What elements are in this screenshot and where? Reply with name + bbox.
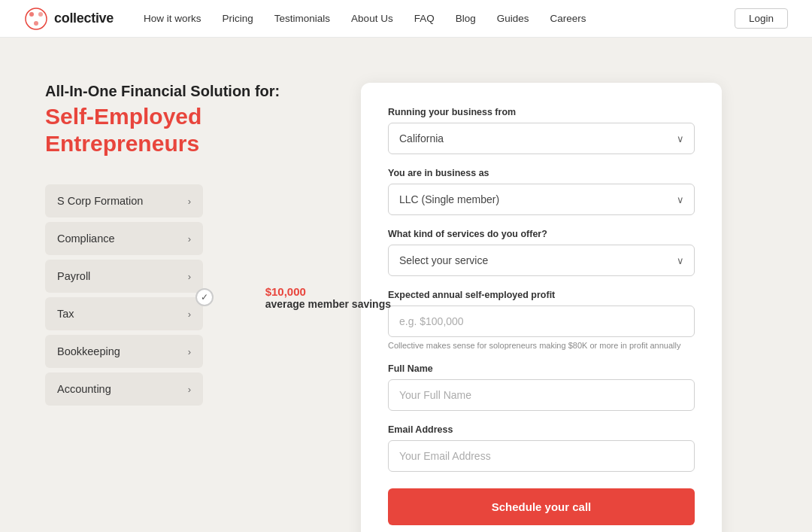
feature-s-corp[interactable]: S Corp Formation › bbox=[45, 184, 203, 217]
feature-accounting[interactable]: Accounting › bbox=[45, 372, 203, 406]
running-from-label: Running your business from bbox=[388, 107, 695, 117]
svg-point-1 bbox=[29, 12, 34, 17]
feature-compliance-label: Compliance bbox=[57, 233, 115, 245]
business-as-select-wrapper: LLC (Single member) Sole Proprietor S Co… bbox=[388, 184, 695, 215]
profit-group: Expected annual self-employed profit Col… bbox=[388, 290, 695, 350]
profit-label: Expected annual self-employed profit bbox=[388, 290, 695, 300]
feature-payroll-label: Payroll bbox=[57, 270, 90, 282]
nav-blog[interactable]: Blog bbox=[456, 13, 476, 24]
services-label: What kind of services do you offer? bbox=[388, 229, 695, 239]
nav-pricing[interactable]: Pricing bbox=[223, 13, 253, 24]
savings-label: average member savings bbox=[265, 298, 391, 310]
services-select-wrapper: Select your service Consulting Design En… bbox=[388, 245, 695, 276]
nav-how-it-works[interactable]: How it works bbox=[144, 13, 201, 24]
svg-point-2 bbox=[38, 12, 43, 17]
nav-guides[interactable]: Guides bbox=[497, 13, 529, 24]
nav-links: How it works Pricing Testimonials About … bbox=[144, 13, 735, 24]
logo-text: collective bbox=[54, 11, 114, 26]
services-select[interactable]: Select your service Consulting Design En… bbox=[388, 245, 695, 276]
running-from-select[interactable]: California New York Texas Florida bbox=[388, 123, 695, 154]
nav-careers[interactable]: Careers bbox=[550, 13, 586, 24]
running-from-group: Running your business from California Ne… bbox=[388, 107, 695, 154]
feature-tax[interactable]: Tax › bbox=[45, 297, 203, 330]
checkmark-icon: ✓ bbox=[195, 288, 214, 306]
chevron-right-icon: › bbox=[188, 309, 191, 320]
profit-input[interactable] bbox=[388, 306, 695, 337]
nav-about-us[interactable]: About Us bbox=[351, 13, 393, 24]
features-list: S Corp Formation › Compliance › Payroll … bbox=[45, 184, 331, 410]
profit-hint: Collective makes sense for solopreneurs … bbox=[388, 341, 695, 350]
feature-payroll[interactable]: Payroll › bbox=[45, 260, 203, 293]
hero-title: Self-Employed Entrepreneurs bbox=[45, 103, 331, 157]
savings-badge: $10,000 average member savings bbox=[265, 285, 391, 310]
email-input[interactable] bbox=[388, 440, 695, 472]
services-group: What kind of services do you offer? Sele… bbox=[388, 229, 695, 276]
navbar: collective How it works Pricing Testimon… bbox=[0, 0, 812, 38]
login-button[interactable]: Login bbox=[735, 8, 788, 29]
logo[interactable]: collective bbox=[24, 7, 114, 31]
nav-testimonials[interactable]: Testimonials bbox=[274, 13, 330, 24]
business-as-group: You are in business as LLC (Single membe… bbox=[388, 168, 695, 215]
chevron-right-icon: › bbox=[188, 346, 191, 357]
feature-compliance[interactable]: Compliance › bbox=[45, 222, 203, 255]
nav-faq[interactable]: FAQ bbox=[414, 13, 435, 24]
feature-bookkeeping-label: Bookkeeping bbox=[57, 345, 120, 357]
fullname-input[interactable] bbox=[388, 379, 695, 411]
feature-tax-label: Tax bbox=[57, 308, 74, 320]
left-panel: All-In-One Financial Solution for: Self-… bbox=[45, 83, 331, 410]
savings-amount: $10,000 bbox=[265, 285, 306, 298]
feature-accounting-label: Accounting bbox=[57, 383, 111, 395]
fullname-group: Full Name bbox=[388, 363, 695, 411]
main-content: All-In-One Financial Solution for: Self-… bbox=[0, 38, 812, 532]
fullname-label: Full Name bbox=[388, 363, 695, 374]
chevron-right-icon: › bbox=[188, 271, 191, 282]
svg-point-0 bbox=[26, 8, 47, 29]
business-as-label: You are in business as bbox=[388, 168, 695, 178]
schedule-button[interactable]: Schedule your call bbox=[388, 488, 695, 525]
chevron-right-icon: › bbox=[188, 196, 191, 207]
chevron-right-icon: › bbox=[188, 384, 191, 395]
running-from-select-wrapper: California New York Texas Florida bbox=[388, 123, 695, 154]
email-group: Email Address bbox=[388, 424, 695, 472]
signup-form: Running your business from California Ne… bbox=[361, 83, 722, 532]
feature-s-corp-label: S Corp Formation bbox=[57, 195, 143, 207]
chevron-right-icon: › bbox=[188, 233, 191, 245]
business-as-select[interactable]: LLC (Single member) Sole Proprietor S Co… bbox=[388, 184, 695, 215]
email-label: Email Address bbox=[388, 424, 695, 435]
logo-icon bbox=[24, 7, 48, 31]
right-panel: Running your business from California Ne… bbox=[361, 83, 767, 532]
svg-point-3 bbox=[34, 21, 38, 26]
feature-bookkeeping[interactable]: Bookkeeping › bbox=[45, 335, 203, 368]
hero-subtitle: All-In-One Financial Solution for: bbox=[45, 83, 331, 100]
